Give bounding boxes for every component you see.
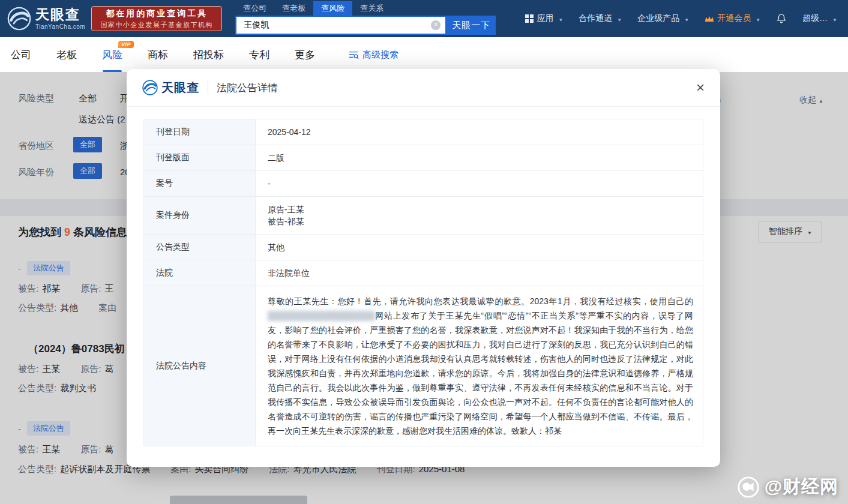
menu-cooperation-label: 合作通道	[579, 13, 612, 24]
nav-item-trademark[interactable]: 商标	[148, 37, 168, 72]
promo-banner: 都在用的商业查询工具 国家中小企业发展子基金旗下机构	[91, 6, 222, 31]
logo-domain: TianYanCha.com	[35, 23, 85, 30]
nav-label: 风险	[102, 48, 122, 62]
secondary-nav: 公司 老板 风险 VIP 商标 招投标 专利 更多 高级搜索	[0, 37, 848, 72]
menu-account-label: 超级…	[802, 13, 828, 24]
chevron-down-icon	[682, 14, 689, 23]
close-icon[interactable]	[696, 80, 705, 95]
row-label: 公告类型	[144, 235, 256, 260]
row-label: 法院	[144, 260, 256, 286]
table-row: 刊登版面 二版	[144, 145, 703, 171]
tab-search-relation[interactable]: 查关系	[352, 1, 391, 16]
nav-label: 更多	[295, 48, 315, 62]
row-label: 刊登日期	[144, 119, 256, 145]
content-text: 网站上发布了关于王某先生“假唱”“恋情”“不正当关系”等严重不实的内容，误导了网…	[268, 311, 693, 436]
detail-table: 刊登日期 2025-04-12 刊登版面 二版 案号 - 案件身份 原告-王某 …	[143, 119, 703, 446]
chevron-down-icon	[615, 14, 622, 23]
nav-label: 商标	[148, 48, 168, 62]
nav-item-boss[interactable]: 老板	[56, 37, 77, 72]
nav-item-patent[interactable]: 专利	[249, 37, 269, 72]
row-label: 案号	[144, 171, 256, 196]
menu-apps-label: 应用	[537, 13, 553, 24]
chevron-down-icon	[556, 14, 563, 23]
tab-search-company[interactable]: 查公司	[235, 1, 274, 16]
modal-logo: 天眼查	[142, 80, 199, 96]
crown-icon	[705, 15, 714, 23]
nav-label: 专利	[249, 48, 269, 62]
chevron-down-icon	[754, 14, 760, 23]
table-row: 公告类型 其他	[144, 235, 703, 260]
row-label: 刊登版面	[144, 145, 256, 170]
menu-open-vip[interactable]: 开通会员	[705, 13, 760, 24]
nav-item-bidding[interactable]: 招投标	[193, 37, 224, 72]
menu-vip-label: 开通会员	[717, 13, 751, 24]
watermark-text: @财经网	[765, 475, 838, 499]
content-text: 尊敬的王某先生：您好！首先，请允许我向您表达我最诚挚的歉意。2023年1月，我没…	[268, 296, 693, 306]
row-value: 原告-王某 被告-祁某	[256, 197, 703, 234]
search-input[interactable]	[236, 20, 445, 30]
nav-label: 老板	[56, 48, 77, 62]
chevron-down-icon	[831, 14, 837, 23]
row-value: 其他	[256, 235, 703, 260]
modal-logo-icon	[142, 80, 158, 95]
vip-badge: VIP	[118, 41, 134, 48]
table-row: 刊登日期 2025-04-12	[144, 119, 703, 145]
modal-title: 法院公告详情	[217, 81, 278, 95]
nav-item-more[interactable]: 更多	[295, 37, 315, 72]
grid-icon	[525, 14, 534, 23]
logo-name: 天眼查	[35, 8, 85, 22]
table-row: 法院公告内容 尊敬的王某先生：您好！首先，请允许我向您表达我最诚挚的歉意。202…	[144, 286, 703, 446]
divider	[208, 82, 208, 94]
modal-header: 天眼查 法院公告详情	[127, 69, 720, 107]
row-value: 非法院单位	[256, 260, 703, 286]
modal-logo-name: 天眼查	[161, 80, 199, 96]
table-row: 法院 非法院单位	[144, 260, 703, 286]
search-area: 查公司 查老板 查风险 查关系 天眼一下	[235, 0, 496, 37]
filter-search-icon	[349, 50, 359, 59]
court-announcement-modal: 天眼查 法院公告详情 刊登日期 2025-04-12 刊登版面 二版 案号 - …	[127, 69, 720, 467]
table-row: 案号 -	[144, 171, 703, 197]
top-header: 天眼查 TianYanCha.com 都在用的商业查询工具 国家中小企业发展子基…	[0, 0, 848, 37]
menu-apps[interactable]: 应用	[525, 13, 563, 24]
menu-account[interactable]: 超级…	[802, 13, 837, 24]
redacted-text: ██████████████████	[268, 311, 375, 320]
logo-icon	[7, 7, 31, 31]
announcement-content: 尊敬的王某先生：您好！首先，请允许我向您表达我最诚挚的歉意。2023年1月，我没…	[256, 286, 703, 446]
menu-enterprise-products[interactable]: 企业级产品	[637, 13, 689, 24]
logo-text: 天眼查 TianYanCha.com	[35, 8, 85, 30]
notification-bell-icon[interactable]	[776, 13, 787, 24]
tab-search-risk[interactable]: 查风险	[313, 1, 352, 16]
nav-item-risk[interactable]: 风险 VIP	[102, 37, 122, 72]
nav-item-company[interactable]: 公司	[11, 37, 31, 72]
row-label: 法院公告内容	[144, 286, 256, 446]
menu-cooperation[interactable]: 合作通道	[579, 13, 622, 24]
watermark-logo-icon	[737, 476, 760, 499]
promo-line-1: 都在用的商业查询工具	[92, 8, 221, 19]
advanced-search-label: 高级搜索	[362, 49, 398, 61]
nav-label: 招投标	[193, 48, 224, 62]
tab-search-boss[interactable]: 查老板	[274, 1, 313, 16]
row-value: 二版	[256, 145, 703, 170]
search-tabs: 查公司 查老板 查风险 查关系	[235, 1, 496, 16]
menu-enterprise-label: 企业级产品	[637, 13, 679, 24]
watermark: @财经网	[737, 475, 838, 499]
nav-label: 公司	[11, 48, 31, 62]
row-value: -	[256, 171, 703, 196]
search-button[interactable]: 天眼一下	[447, 16, 496, 35]
row-label: 案件身份	[144, 197, 256, 234]
top-menu: 应用 合作通道 企业级产品 开通会员 超级…	[525, 13, 848, 24]
search-form: 天眼一下	[235, 16, 496, 35]
row-value: 2025-04-12	[256, 119, 703, 145]
search-box	[235, 16, 447, 35]
site-logo[interactable]: 天眼查 TianYanCha.com	[0, 7, 85, 31]
table-row: 案件身份 原告-王某 被告-祁某	[144, 197, 703, 235]
promo-line-2: 国家中小企业发展子基金旗下机构	[92, 20, 221, 29]
advanced-search-button[interactable]: 高级搜索	[349, 49, 398, 61]
